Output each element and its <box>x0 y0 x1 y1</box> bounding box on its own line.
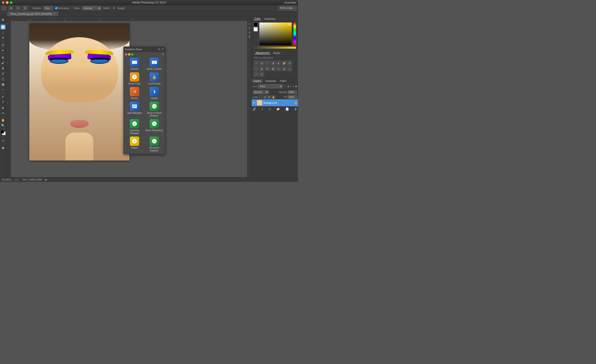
task-manager-button[interactable]: Task Manager <box>126 102 143 117</box>
color-balance-icon[interactable]: ⊕ <box>287 60 292 66</box>
filter-shape-icon[interactable]: ▭ <box>292 85 294 87</box>
curves-icon[interactable]: ⌇ <box>265 60 270 66</box>
anti-alias-checkbox[interactable]: Anti-alias <box>55 7 69 9</box>
eraser-tool[interactable]: ◻ <box>0 76 6 81</box>
tool-options-icon4[interactable]: ⊠ <box>22 6 28 11</box>
zoom-tool[interactable]: 🔍 <box>0 123 6 128</box>
crop-tool[interactable]: ⊡ <box>0 42 6 47</box>
fill-input[interactable] <box>288 95 297 99</box>
brush-tool[interactable]: 🖌 <box>0 60 6 65</box>
paths-tab[interactable]: Paths <box>278 79 289 83</box>
pen-tool[interactable]: ✐ <box>0 94 6 99</box>
z-icon[interactable]: Z <box>248 35 251 38</box>
style-select[interactable]: Normal Fixed Ratio Fixed Size <box>82 6 101 10</box>
threshold-icon[interactable]: △ <box>287 66 292 71</box>
opacity-input[interactable] <box>288 90 297 94</box>
quick-mask-button[interactable]: ⊘ <box>0 138 6 143</box>
move-tool[interactable]: ✥ <box>0 17 6 22</box>
selective-color-icon[interactable]: ⊗ <box>259 72 264 77</box>
tool-options-icon2[interactable]: ⊞ <box>8 6 14 11</box>
layer-visibility-eye[interactable]: 👁 <box>253 102 256 104</box>
swatches-tab[interactable]: Swatches <box>263 17 276 20</box>
layer-background[interactable]: 👁 Background 🔒 <box>252 99 298 106</box>
panel-min-btn[interactable] <box>128 53 130 56</box>
tool-options-icon3[interactable]: ⊟ <box>15 6 21 11</box>
eyedropper-tool[interactable]: ✒ <box>0 48 6 53</box>
doc-tab-close[interactable]: × <box>54 13 55 15</box>
status-play-icon[interactable]: ▶ <box>45 178 47 181</box>
smart-copy-button[interactable]: ✦ Smart Copy <box>126 72 143 85</box>
checkin-button[interactable]: ↑ Checkin <box>126 58 143 71</box>
delete-layer-icon[interactable]: 🗑 <box>294 108 297 111</box>
add-style-icon[interactable]: ƒ <box>261 108 263 111</box>
collapse-icon-3[interactable]: ◫ <box>248 27 251 30</box>
hue-bar[interactable] <box>293 22 296 46</box>
adjustments-tab[interactable]: Adjustments <box>254 51 270 54</box>
close-button[interactable] <box>2 1 5 4</box>
filter-adjustment-icon[interactable]: ◑ <box>287 85 289 87</box>
document-tab[interactable]: JTest_Face02.jpg @ 292% (RGB/8#) × <box>7 11 59 16</box>
lock-position-icon[interactable]: ✥ <box>268 95 271 99</box>
exposure-icon[interactable]: ◑ <box>270 60 276 66</box>
clone-stamp-tool[interactable]: ⊗ <box>0 66 6 71</box>
channel-mixer-icon[interactable]: ⊞ <box>265 66 270 71</box>
text-tool[interactable]: T <box>0 100 6 105</box>
filter-type-icon[interactable]: T <box>290 85 291 87</box>
status-arrow-right[interactable]: ▷ <box>17 178 19 181</box>
styles-tab[interactable]: Styles <box>272 52 281 54</box>
show-asset-browser-button[interactable]: 🔍 Show In AssetBrowser <box>145 102 163 117</box>
panel-close-icon[interactable]: ✕ <box>162 48 164 51</box>
panel-double-arrow-icon[interactable]: ≫ <box>158 48 161 51</box>
swap-wh-icon[interactable]: ⇄ <box>112 6 115 11</box>
invert-icon[interactable]: ⊘ <box>276 66 281 71</box>
history-brush-tool[interactable]: ↺ <box>0 71 6 76</box>
color-gradient-main[interactable] <box>259 22 292 46</box>
zoom-repository-button[interactable]: 🔍 Zoom Repository <box>145 119 163 135</box>
fg-color-box[interactable] <box>253 22 258 27</box>
lock-image-icon[interactable]: 🖌 <box>263 95 267 99</box>
hand-tool[interactable]: ✋ <box>0 117 6 123</box>
incoming-changes-button[interactable]: ≡ IncomingChanges <box>126 119 143 135</box>
gradient-tool[interactable]: ▦ <box>0 82 6 87</box>
panel-max-btn[interactable] <box>131 53 134 56</box>
photo-filter-icon[interactable]: ◉ <box>259 66 264 71</box>
layer-filter-select[interactable]: Kind <box>258 84 283 88</box>
reveal-in-explorer-button[interactable]: 📁 Reveal In Explorer <box>145 137 163 152</box>
path-selection-tool[interactable]: ▲ <box>0 105 6 110</box>
bg-color-box[interactable] <box>253 27 258 31</box>
healing-brush-tool[interactable]: ⊕ <box>0 55 6 60</box>
gradient-map-icon[interactable]: ▱ <box>253 72 259 77</box>
panel-close-btn[interactable] <box>125 53 127 56</box>
create-layer-icon[interactable]: 📄 <box>285 108 289 111</box>
screen-mode-button[interactable]: ▣ <box>0 145 6 150</box>
lock-transparent-icon[interactable]: ⬛ <box>259 95 263 99</box>
color-swatch[interactable] <box>0 130 6 135</box>
refine-edge-button[interactable]: Refine Edge... <box>278 6 297 11</box>
layers-tab[interactable]: Layers <box>252 79 263 83</box>
posterize-icon[interactable]: ▤ <box>282 66 287 71</box>
dodge-tool[interactable]: ○ <box>0 87 6 92</box>
status-button[interactable]: ℹ Status <box>126 137 143 152</box>
filter-pixel-icon[interactable]: ⬛ <box>284 85 286 87</box>
shape-tool[interactable]: ▭ <box>0 110 6 115</box>
tool-options-icon[interactable]: ⬚ <box>1 6 7 11</box>
blend-mode-select[interactable]: Normal Dissolve Multiply Screen <box>253 90 269 94</box>
magic-wand-tool[interactable]: ✦ <box>0 35 6 40</box>
opacity-bar[interactable] <box>253 46 296 49</box>
bw-icon[interactable]: ⬚ <box>253 66 259 71</box>
maximize-button[interactable] <box>10 1 13 4</box>
minimize-button[interactable] <box>6 1 9 4</box>
hsl-icon[interactable]: 🌈 <box>282 60 287 66</box>
essentials-button[interactable]: Essentials <box>284 1 296 4</box>
feather-input[interactable] <box>44 6 53 10</box>
add-mask-icon[interactable]: ⊡ <box>269 108 271 111</box>
lock-unlock-button[interactable]: 🔒 Lock/Unlock <box>145 72 163 85</box>
color-tab[interactable]: Color <box>253 17 261 20</box>
link-layers-icon[interactable]: 🔗 <box>253 108 256 111</box>
levels-icon[interactable]: ▤ <box>259 60 264 66</box>
status-arrow-left[interactable]: ◁ <box>15 178 16 181</box>
color-lookup-icon[interactable]: ▦ <box>270 66 276 71</box>
revert-button[interactable]: ↺ Revert <box>126 87 143 100</box>
vibrance-icon[interactable]: ◈ <box>276 60 281 66</box>
lock-all-icon[interactable]: 🔒 <box>271 95 276 99</box>
